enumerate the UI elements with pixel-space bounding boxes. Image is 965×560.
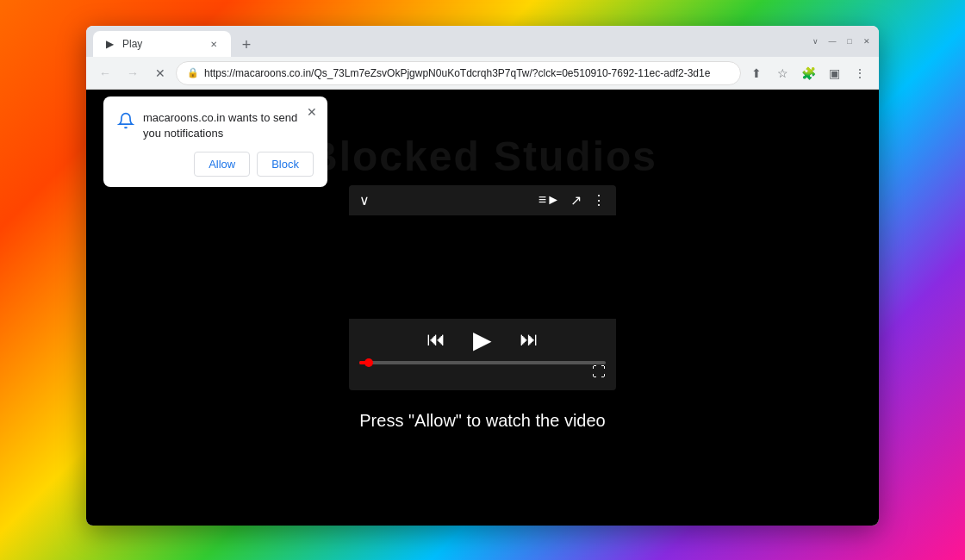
video-next-button[interactable]: ⏭ — [520, 328, 539, 351]
video-progress-dot — [364, 358, 373, 367]
sidebar-icon[interactable]: ▣ — [822, 61, 846, 85]
notification-popup: macaroons.co.in wants to send you notifi… — [103, 96, 327, 187]
forward-button[interactable]: → — [121, 61, 145, 85]
video-play-button[interactable]: ▶ — [473, 326, 492, 354]
video-top-bar: ∨ ≡► ↗ ⋮ — [349, 185, 616, 215]
video-chevron-down[interactable]: ∨ — [359, 192, 370, 208]
video-progress-bar[interactable] — [359, 361, 606, 364]
tab-label: Play — [122, 38, 142, 50]
back-button[interactable]: ← — [93, 61, 117, 85]
bookmark-icon[interactable]: ☆ — [770, 61, 794, 85]
notification-bell-icon — [117, 112, 134, 129]
reload-button[interactable]: ✕ — [148, 61, 172, 85]
maximize-button[interactable]: □ — [844, 36, 855, 47]
notification-message: macaroons.co.in wants to send you notifi… — [143, 110, 314, 141]
press-allow-text: Press "Allow" to watch the video — [359, 411, 605, 431]
lock-icon: 🔒 — [187, 67, 199, 78]
notification-close-button[interactable]: ✕ — [303, 103, 321, 121]
url-text: https://macaroons.co.in/Qs_73Lm7eZsvOkPj… — [204, 67, 730, 79]
video-playlist-icon[interactable]: ≡► — [539, 192, 560, 208]
notification-buttons: Allow Block — [117, 152, 314, 177]
watermark: Blocked Studios — [308, 133, 657, 180]
video-player: ∨ ≡► ↗ ⋮ ⏮ ▶ ⏭ ⛶ — [349, 185, 616, 390]
video-share-icon[interactable]: ↗ — [570, 192, 582, 208]
page-content: Blocked Studios macaroons.co.in wants to… — [86, 90, 879, 526]
new-tab-button[interactable]: + — [234, 33, 258, 57]
active-tab[interactable]: ▶ Play ✕ — [93, 31, 231, 57]
notification-header: macaroons.co.in wants to send you notifi… — [117, 110, 314, 141]
video-top-right-controls: ≡► ↗ ⋮ — [539, 192, 606, 208]
title-bar: ▶ Play ✕ + ∨ — □ ✕ — [86, 26, 879, 57]
share-icon[interactable]: ⬆ — [744, 61, 769, 85]
tab-favicon: ▶ — [103, 38, 115, 50]
video-screen — [349, 215, 616, 319]
extensions-icon[interactable]: 🧩 — [796, 61, 820, 85]
address-bar: ← → ✕ 🔒 https://macaroons.co.in/Qs_73Lm7… — [86, 57, 879, 90]
video-prev-button[interactable]: ⏮ — [426, 328, 445, 351]
window-controls: ∨ — □ ✕ — [810, 36, 872, 47]
block-button[interactable]: Block — [257, 152, 314, 177]
close-button[interactable]: ✕ — [862, 36, 872, 47]
menu-icon[interactable]: ⋮ — [848, 61, 872, 85]
allow-button[interactable]: Allow — [194, 152, 250, 177]
video-controls: ⏮ ▶ ⏭ — [349, 319, 616, 361]
video-more-icon[interactable]: ⋮ — [592, 192, 606, 208]
toolbar-icons: ⬆ ☆ 🧩 ▣ ⋮ — [744, 61, 872, 85]
url-bar[interactable]: 🔒 https://macaroons.co.in/Qs_73Lm7eZsvOk… — [176, 61, 741, 85]
tab-close-button[interactable]: ✕ — [207, 37, 221, 51]
video-fullscreen-button[interactable]: ⛶ — [592, 364, 606, 380]
tab-area: ▶ Play ✕ + — [93, 26, 800, 57]
video-bottom-bar: ⛶ — [349, 364, 616, 383]
minimize-button[interactable]: — — [827, 36, 837, 47]
chevron-down-icon[interactable]: ∨ — [810, 36, 820, 47]
browser-window: ▶ Play ✕ + ∨ — □ ✕ ← → ✕ 🔒 https://macar… — [86, 26, 879, 526]
